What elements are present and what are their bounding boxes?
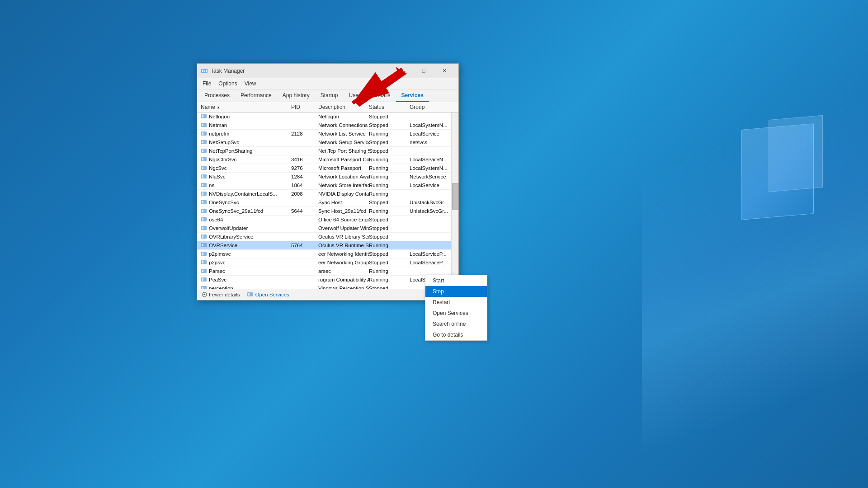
table-row-selected[interactable]: OVRService 5764 Oculus VR Runtime Servic… [197, 241, 458, 250]
table-row[interactable]: nsi 1864 Network Store Interface Service… [197, 181, 458, 190]
cell-name: PcaSvc [201, 277, 291, 283]
cell-name: Parsec [201, 268, 291, 274]
svg-rect-46 [202, 278, 203, 281]
app-icon [201, 67, 208, 75]
svg-rect-34 [202, 227, 203, 229]
table-row[interactable]: NetTcpPortSharing Net.Tcp Port Sharing S… [197, 147, 458, 155]
ctx-menu-stop[interactable]: Stop [425, 286, 487, 297]
cell-name: Netlogon [201, 113, 291, 120]
cell-name: Netman [201, 122, 291, 128]
content-area: Name PID Description Status Group Netlog… [197, 102, 458, 289]
cell-status: Running [369, 243, 410, 248]
table-row[interactable]: perception Vindows Perception Simulation… [197, 284, 458, 289]
cell-desc: rogram Compatibility Assistant Ser... [318, 277, 369, 282]
svg-rect-16 [202, 150, 203, 152]
context-menu: Start Stop Restart Open Services Search … [425, 275, 487, 341]
cell-group: NetworkService [410, 174, 455, 179]
col-header-status[interactable]: Status [369, 104, 410, 110]
cell-name: NVDisplay.ContainerLocalS... [201, 191, 291, 197]
col-header-group[interactable]: Group [410, 104, 455, 110]
svg-rect-10 [202, 124, 203, 126]
svg-rect-12 [202, 132, 203, 135]
table-row[interactable]: OverwolfUpdater Overwolf Updater Windows… [197, 224, 458, 233]
fewer-details-button[interactable]: Fewer details [202, 292, 240, 297]
tab-details[interactable]: Details [368, 89, 396, 102]
cell-group: netsvcs [410, 140, 455, 145]
tab-services[interactable]: Services [396, 89, 429, 102]
cell-status: Stopped [369, 234, 410, 239]
minimize-button[interactable]: — [392, 64, 413, 78]
cell-name: NetSetupSvc [201, 139, 291, 145]
table-row[interactable]: p2pimsvc eer Networking Identity Manager… [197, 250, 458, 258]
menu-bar: File Options View [197, 78, 458, 89]
cell-desc: Netlogon [318, 114, 369, 119]
cell-group: LocalService [410, 183, 455, 188]
tab-users[interactable]: Users [343, 89, 368, 102]
col-header-description[interactable]: Description [318, 104, 369, 110]
open-services-link[interactable]: Open Services [247, 291, 289, 298]
table-row[interactable]: p2psvc eer Networking Grouping Stopped L… [197, 258, 458, 267]
ctx-menu-go-to-details[interactable]: Go to details [425, 329, 487, 340]
table-row[interactable]: Netman Network Connections Stopped Local… [197, 121, 458, 130]
maximize-button[interactable]: □ [413, 64, 434, 78]
table-row[interactable]: NVDisplay.ContainerLocalS... 2008 NVIDIA… [197, 190, 458, 198]
table-row[interactable]: OneSyncSvc Sync Host Stopped UnistackSvc… [197, 198, 458, 207]
svg-rect-4 [202, 70, 203, 72]
table-row[interactable]: OVRLibraryService Oculus VR Library Serv… [197, 233, 458, 241]
svg-rect-23 [201, 183, 207, 187]
cell-name: netprofm [201, 131, 291, 137]
table-row[interactable]: PcaSvc rogram Compatibility Assistant Se… [197, 276, 458, 284]
tab-processes[interactable]: Processes [199, 89, 235, 102]
cell-status: Running [369, 277, 410, 282]
cell-desc: eer Networking Identity Manager [318, 251, 369, 257]
table-row[interactable]: Parsec arsec Running [197, 267, 458, 276]
cell-status: Running [369, 165, 410, 171]
menu-options[interactable]: Options [215, 79, 241, 88]
svg-rect-55 [248, 293, 250, 296]
table-row[interactable]: ose64 Office 64 Source Engine Stopped [197, 216, 458, 224]
tab-performance[interactable]: Performance [235, 89, 277, 102]
table-row[interactable]: NlaSvc 1284 Network Location Awareness R… [197, 173, 458, 181]
svg-rect-32 [202, 218, 203, 221]
table-row[interactable]: NgcSvc 9276 Microsoft Passport Running L… [197, 164, 458, 173]
col-header-pid[interactable]: PID [291, 104, 318, 110]
cell-status: Stopped [369, 225, 410, 231]
svg-rect-19 [201, 166, 207, 170]
tab-startup[interactable]: Startup [315, 89, 344, 102]
svg-rect-22 [202, 175, 203, 178]
close-button[interactable]: ✕ [434, 64, 455, 78]
svg-rect-48 [202, 287, 203, 289]
window-controls: — □ ✕ [392, 64, 455, 78]
ctx-menu-search-online[interactable]: Search online [425, 319, 487, 329]
cell-status: Running [369, 268, 410, 274]
cell-group: LocalServiceN... [410, 157, 455, 162]
tab-app-history[interactable]: App history [277, 89, 315, 102]
table-row[interactable]: netprofm 2128 Network List Service Runni… [197, 130, 458, 138]
cell-desc: Sync Host_29a11fcd [318, 208, 369, 214]
cell-group: LocalServiceP... [410, 251, 455, 257]
cell-status: Stopped [369, 200, 410, 205]
svg-rect-26 [202, 192, 203, 195]
cell-desc: Network Connections [318, 122, 369, 128]
menu-file[interactable]: File [199, 79, 215, 88]
cell-desc: Net.Tcp Port Sharing Service [318, 148, 369, 154]
ctx-menu-restart[interactable]: Restart [425, 297, 487, 308]
ctx-menu-start[interactable]: Start [425, 275, 487, 286]
cell-desc: Office 64 Source Engine [318, 217, 369, 222]
table-row[interactable]: NetSetupSvc Network Setup Service Stoppe… [197, 138, 458, 147]
menu-view[interactable]: View [241, 79, 260, 88]
table-row[interactable]: Netlogon Netlogon Stopped [197, 113, 458, 121]
scrollbar-thumb[interactable] [452, 183, 458, 210]
scrollbar[interactable] [451, 113, 458, 289]
cell-name: OVRService [201, 242, 291, 249]
footer: Fewer details Open Services [197, 289, 458, 300]
col-header-name[interactable]: Name [201, 104, 291, 110]
cell-group: LocalSystemN... [410, 122, 455, 128]
table-row[interactable]: NgcCtnrSvc 3416 Microsoft Passport Conta… [197, 155, 458, 164]
cell-pid: 3416 [291, 157, 318, 162]
table-row[interactable]: OneSyncSvc_29a11fcd 5644 Sync Host_29a11… [197, 207, 458, 216]
cell-desc: Overwolf Updater Windows SCM [318, 225, 369, 231]
svg-rect-42 [202, 261, 203, 263]
cell-status: Stopped [369, 251, 410, 257]
ctx-menu-open-services[interactable]: Open Services [425, 308, 487, 319]
